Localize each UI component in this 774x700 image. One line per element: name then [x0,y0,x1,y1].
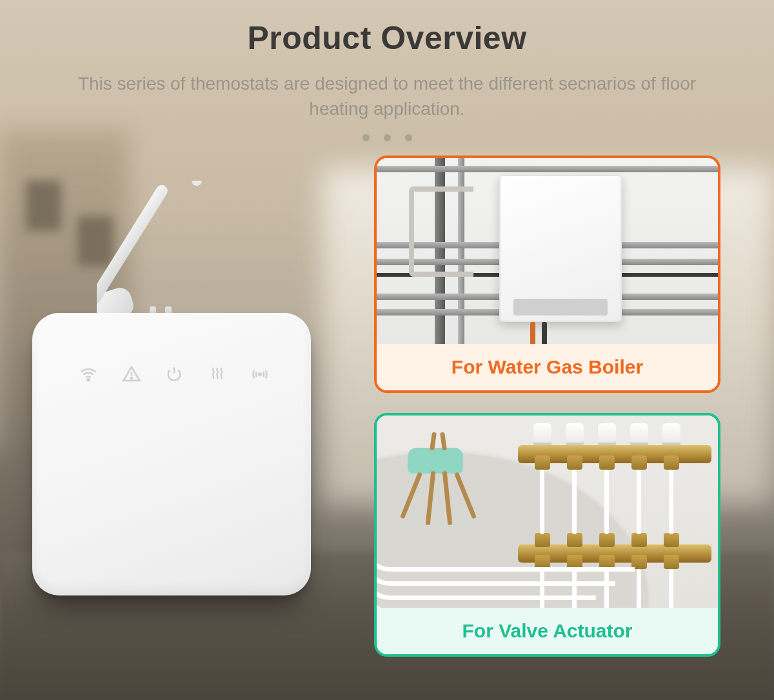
svg-point-2 [192,181,202,186]
card-boiler-image [377,158,718,344]
card-boiler-label: For Water Gas Boiler [377,344,718,390]
warning-icon [121,363,143,385]
device-status-icons [77,363,271,385]
page-subtitle: This series of themostats are designed t… [0,71,774,121]
device-body [32,313,311,595]
dot-icon [405,134,412,141]
svg-point-6 [259,373,261,375]
card-boiler: For Water Gas Boiler [374,155,720,393]
heat-icon [206,363,228,385]
header: Product Overview This series of themosta… [0,0,774,141]
antenna-icon [97,181,264,329]
card-valve-label: For Valve Actuator [377,608,718,654]
power-icon [163,363,185,385]
signal-icon [249,363,271,385]
svg-point-5 [130,377,132,379]
dot-icon [362,134,370,141]
page-title: Product Overview [0,19,774,57]
dot-icon [384,134,391,141]
product-device [32,177,329,629]
card-valve: For Valve Actuator [374,413,720,657]
pager-dots [0,134,774,141]
wifi-icon [77,363,99,385]
svg-point-3 [88,379,90,381]
card-valve-image [377,415,718,608]
svg-rect-1 [97,183,170,306]
